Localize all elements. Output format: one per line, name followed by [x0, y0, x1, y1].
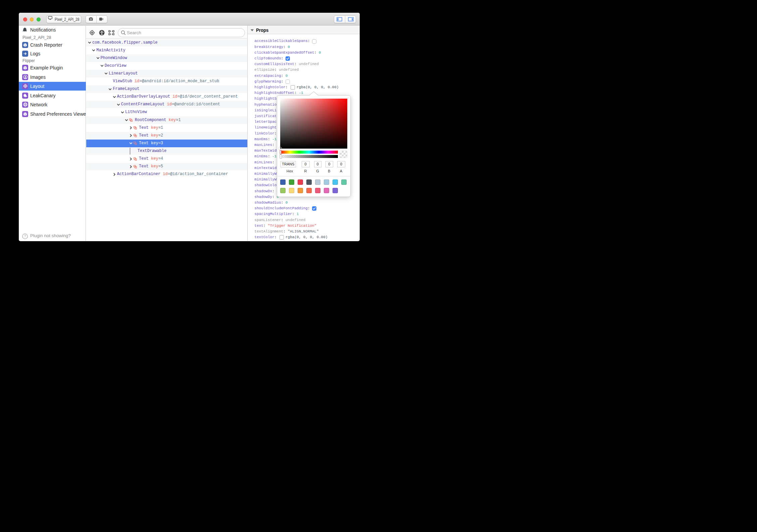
svg-text:?: ? — [24, 234, 26, 238]
